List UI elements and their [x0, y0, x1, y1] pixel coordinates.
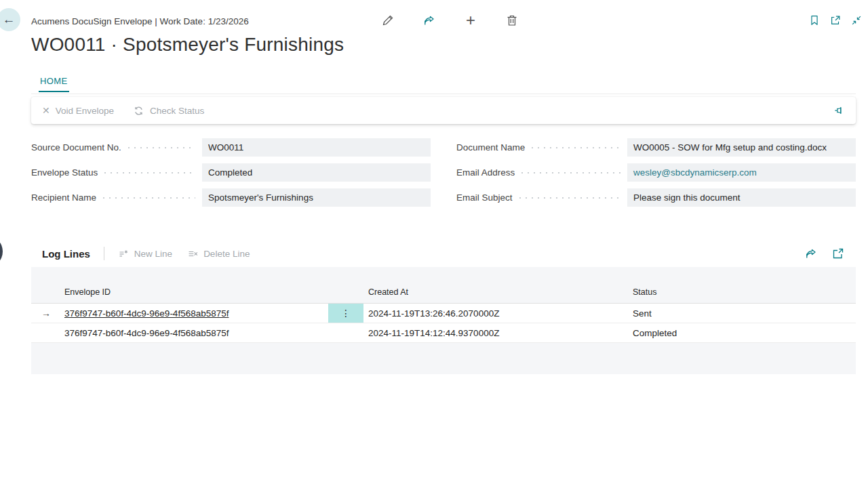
field-label: Document Name — [456, 142, 525, 152]
field-recipient-name: Recipient Name Spotsmeyer's Furnishings — [31, 188, 431, 207]
void-envelope-label: Void Envelope — [56, 106, 114, 116]
delete-line-button[interactable]: Delete Line — [187, 248, 250, 260]
delete-line-label: Delete Line — [203, 249, 250, 259]
field-label: Email Subject — [456, 192, 513, 203]
envelope-id-cell[interactable]: 376f9747-b60f-4dc9-96e9-4f568ab5875f — [61, 323, 363, 342]
envelope-id-cell[interactable]: 376f9747-b60f-4dc9-96e9-4f568ab5875f ⋮ — [61, 304, 363, 323]
active-row-arrow-icon: → — [31, 308, 61, 319]
delete-button[interactable] — [502, 11, 521, 30]
dotted-leader — [128, 147, 195, 148]
delete-line-icon — [187, 248, 199, 260]
bookmark-icon — [808, 14, 821, 26]
share-icon — [422, 14, 436, 27]
field-email-address: Email Address wesley@sbcdynamicserp.com — [456, 163, 856, 182]
column-header-created-at[interactable]: Created At — [363, 287, 628, 297]
refresh-icon — [133, 105, 144, 117]
status-cell[interactable]: Completed — [628, 328, 856, 338]
back-button[interactable]: ← — [0, 8, 20, 31]
open-in-new-window-icon — [831, 247, 846, 260]
field-label: Source Document No. — [31, 142, 121, 152]
created-at-cell[interactable]: 2024-11-19T14:12:44.9370000Z — [363, 328, 628, 338]
edge-peek-button[interactable] — [0, 235, 3, 268]
action-bar: ✕ Void Envelope Check Status — [31, 97, 856, 124]
trash-icon — [505, 14, 519, 27]
window-controls — [806, 12, 865, 28]
divider — [104, 247, 104, 260]
tab-strip: HOME — [31, 73, 856, 94]
email-subject-input[interactable]: Please sign this document — [627, 188, 856, 207]
open-in-new-window-icon — [829, 14, 842, 26]
field-document-name: Document Name WO0005 - SOW for Mfg setup… — [456, 138, 856, 157]
document-name-input[interactable]: WO0005 - SOW for Mfg setup and costing.d… — [627, 138, 856, 157]
pushpin-icon — [833, 104, 846, 117]
source-document-no-input[interactable]: WO0011 — [202, 138, 431, 157]
dotted-leader — [519, 197, 620, 199]
new-line-button[interactable]: New Line — [118, 248, 172, 260]
docusign-envelope-page: ← Acumens DocuSign Envelope | Work Date:… — [0, 0, 868, 488]
edit-button[interactable] — [378, 11, 397, 30]
log-lines-title: Log Lines — [42, 248, 90, 260]
created-at-cell[interactable]: 2024-11-19T13:26:46.2070000Z — [363, 308, 628, 319]
field-source-document-no: Source Document No. WO0011 — [31, 138, 431, 157]
field-email-subject: Email Subject Please sign this document — [456, 188, 856, 207]
cell-context-menu-button[interactable]: ⋮ — [328, 304, 363, 323]
email-address-link[interactable]: wesley@sbcdynamicserp.com — [627, 163, 856, 182]
column-header-status[interactable]: Status — [628, 287, 856, 297]
check-status-button[interactable]: Check Status — [133, 105, 204, 117]
new-line-label: New Line — [134, 249, 172, 259]
bookmark-button[interactable] — [806, 12, 823, 28]
column-header-envelope-id[interactable]: Envelope ID — [61, 281, 363, 303]
collapse-button[interactable] — [848, 12, 865, 28]
share-icon — [804, 247, 819, 260]
dotted-leader — [521, 172, 620, 174]
pin-button[interactable] — [831, 102, 848, 119]
page-toolbar: + — [378, 11, 521, 30]
tab-home[interactable]: HOME — [39, 73, 69, 92]
dotted-leader — [532, 147, 620, 148]
insert-line-icon — [118, 248, 130, 260]
plus-icon: + — [466, 12, 475, 28]
breadcrumb[interactable]: Acumens DocuSign Envelope | Work Date: 1… — [31, 16, 249, 26]
pencil-icon — [381, 14, 395, 27]
dotted-leader — [103, 197, 195, 199]
dotted-leader — [104, 172, 195, 174]
envelope-status-input[interactable]: Completed — [202, 163, 431, 182]
share-button[interactable] — [420, 11, 439, 30]
recipient-name-input[interactable]: Spotsmeyer's Furnishings — [202, 188, 431, 207]
field-label: Envelope Status — [31, 167, 98, 178]
check-status-label: Check Status — [150, 106, 204, 116]
log-lines-table: Envelope ID Created At Status → 376f9747… — [31, 267, 856, 374]
status-cell[interactable]: Sent — [628, 308, 856, 319]
new-button[interactable]: + — [461, 11, 480, 30]
share-log-lines-button[interactable] — [804, 246, 819, 261]
open-in-new-window-button[interactable] — [827, 12, 844, 28]
field-envelope-status: Envelope Status Completed — [31, 163, 431, 182]
envelope-id-link[interactable]: 376f9747-b60f-4dc9-96e9-4f568ab5875f — [64, 308, 229, 319]
page-title: WO0011 · Spotsmeyer's Furnishings — [31, 34, 344, 56]
back-arrow-icon: ← — [3, 12, 16, 27]
general-fields: Source Document No. WO0011 Document Name… — [31, 138, 856, 207]
table-row[interactable]: 376f9747-b60f-4dc9-96e9-4f568ab5875f 202… — [31, 323, 856, 343]
x-icon: ✕ — [42, 106, 50, 115]
field-label: Recipient Name — [31, 192, 96, 203]
void-envelope-button[interactable]: ✕ Void Envelope — [42, 106, 114, 116]
collapse-arrows-icon — [850, 14, 863, 26]
vertical-ellipsis-icon: ⋮ — [341, 308, 351, 319]
field-label: Email Address — [456, 167, 515, 178]
table-header-row: Envelope ID Created At Status — [31, 281, 856, 304]
table-row[interactable]: → 376f9747-b60f-4dc9-96e9-4f568ab5875f ⋮… — [31, 304, 856, 323]
envelope-id-text[interactable]: 376f9747-b60f-4dc9-96e9-4f568ab5875f — [64, 328, 229, 338]
open-table-in-new-window-button[interactable] — [831, 246, 846, 261]
log-lines-header: Log Lines New Line Delete Line — [31, 241, 856, 266]
